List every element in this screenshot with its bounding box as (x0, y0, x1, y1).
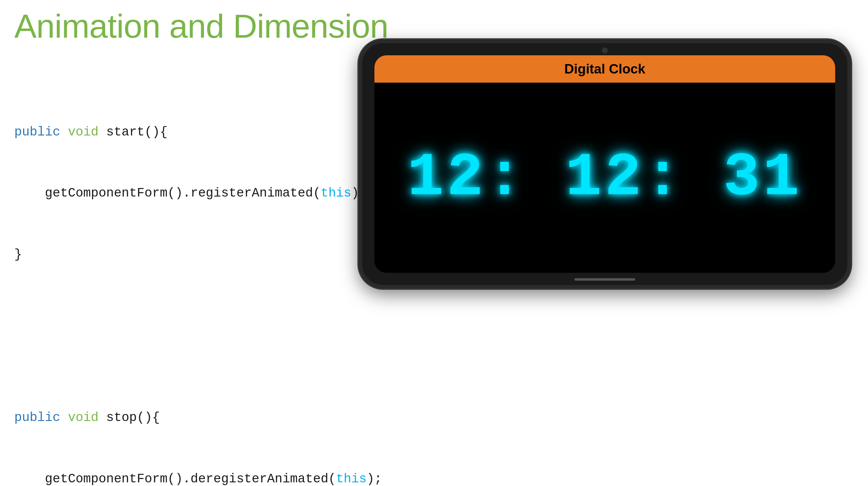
phone-silent-button (359, 153, 361, 183)
phone-body: Digital Clock 12: 12: 31 (359, 39, 851, 289)
phone-screen: Digital Clock 12: 12: 31 (374, 55, 835, 273)
phone-volume-up-button (359, 89, 361, 107)
clock-time: 12: 12: 31 (407, 143, 802, 212)
code-line: getComponentForm().deregisterAnimated(th… (14, 469, 688, 486)
phone-camera (602, 47, 608, 54)
page-title: Animation and Dimension (14, 7, 388, 45)
phone-home-indicator (575, 278, 635, 281)
clock-display: 12: 12: 31 (374, 83, 835, 273)
app-title: Digital Clock (564, 61, 646, 76)
app-title-bar: Digital Clock (374, 55, 835, 83)
phone-volume-down-button (359, 116, 361, 147)
code-line (14, 305, 688, 326)
phone-mockup: Digital Clock 12: 12: 31 (359, 39, 851, 289)
code-line: public void stop(){ (14, 408, 688, 428)
phone-power-button (848, 104, 851, 128)
